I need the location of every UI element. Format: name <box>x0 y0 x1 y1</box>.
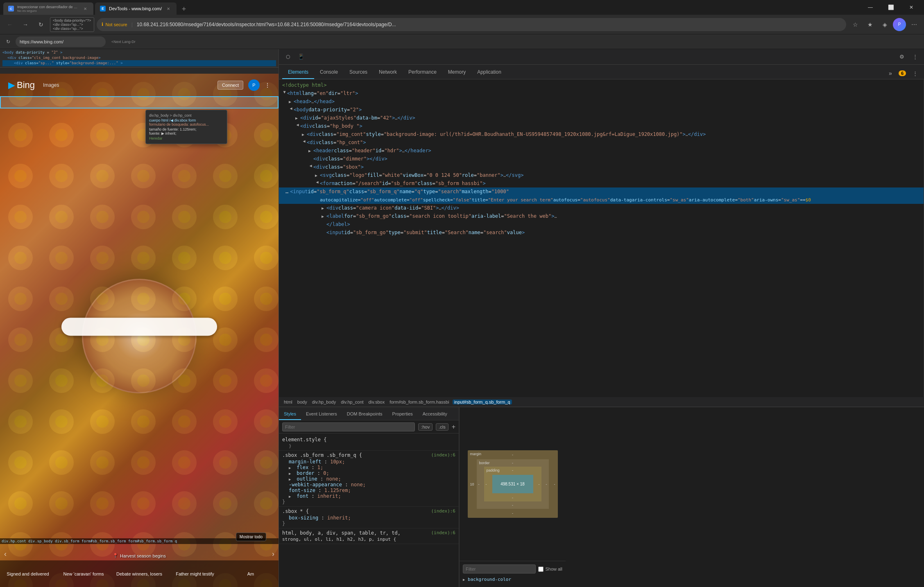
news-item-5[interactable]: Am <box>223 568 279 580</box>
sbox-star-header[interactable]: .sbox * { (index):6 <box>282 508 455 514</box>
tab-console[interactable]: Console <box>314 66 344 79</box>
bing-nav-images[interactable]: Images <box>43 82 59 88</box>
pseudo-class-btn[interactable]: :hov <box>418 423 433 431</box>
sbox-star-link[interactable]: (index):6 <box>431 508 455 514</box>
styles-tab-properties[interactable]: Properties <box>387 409 418 420</box>
bc-body[interactable]: body <box>296 400 309 404</box>
padding-bottom[interactable]: - <box>512 496 513 500</box>
dom-hp-cont[interactable]: ▼ <div class="hp_cont" > <box>279 138 924 147</box>
styles-filter-input[interactable] <box>282 422 415 431</box>
new-tab-btn[interactable]: + <box>178 3 190 15</box>
border-triangle[interactable]: ▶ <box>289 472 294 476</box>
add-style-btn[interactable]: + <box>452 423 455 431</box>
tab-2[interactable]: E DevTools - www.bing.com/ ✕ <box>95 2 177 15</box>
camera-triangle[interactable]: ▶ <box>322 206 326 210</box>
dom-sbox[interactable]: ▼ <div class="sbox" > <box>279 163 924 171</box>
device-toggle-btn[interactable]: 📱 <box>295 51 307 63</box>
ajax-triangle[interactable]: ▶ <box>295 116 300 120</box>
reload-btn2[interactable]: ↻ <box>3 37 13 47</box>
show-tooltip-btn[interactable]: Mostrar todo <box>236 533 266 541</box>
tab-elements[interactable]: Elements <box>282 66 314 79</box>
dom-sb-form[interactable]: ▼ <form action="/search" id="sb_form" cl… <box>279 179 924 187</box>
bing-url-bar[interactable]: https://www.bing.com/ <box>16 36 106 47</box>
hpbody-triangle[interactable]: ▼ <box>296 124 300 129</box>
tab-memory[interactable]: Memory <box>442 66 471 79</box>
border-top[interactable]: - <box>512 461 513 465</box>
bing-search-box[interactable] <box>61 318 217 336</box>
svg-triangle[interactable]: ▶ <box>315 173 320 178</box>
styles-tab-accessibility[interactable]: Accessibility <box>418 409 452 420</box>
dom-camera[interactable]: ▶ <div class="camera icon" data-iid="SBI… <box>279 204 924 212</box>
back-btn[interactable]: ← <box>3 18 16 31</box>
more-tabs-btn[interactable]: » <box>886 68 895 78</box>
devtools-close-settings[interactable]: ⋮ <box>909 68 921 79</box>
url-bar[interactable]: ℹ Not secure | 10.68.241.216:50080/msedg… <box>97 18 846 31</box>
box-filter-input[interactable] <box>463 564 536 573</box>
body-triangle[interactable]: ▼ <box>289 107 294 112</box>
label-triangle[interactable]: ▶ <box>322 214 326 219</box>
styles-tab-styles[interactable]: Styles <box>279 409 301 420</box>
dom-head[interactable]: ▶ <head> … </head> <box>279 97 924 106</box>
favorites-btn[interactable]: ☆ <box>849 18 862 31</box>
header-triangle[interactable]: ▶ <box>308 149 313 153</box>
refresh-btn[interactable]: ↻ <box>34 18 48 31</box>
outline-triangle[interactable]: ▶ <box>289 477 294 481</box>
bing-more-btn[interactable]: ⋮ <box>265 82 270 88</box>
margin-left-val[interactable]: 10 <box>470 482 474 486</box>
tab2-close-btn[interactable]: ✕ <box>165 5 172 12</box>
bc-sbox[interactable]: div.sbox <box>367 400 387 404</box>
html-triangle[interactable]: ▶ <box>283 91 287 96</box>
margin-right-val[interactable]: - <box>554 482 555 486</box>
tab-network[interactable]: Network <box>373 66 403 79</box>
bing-profile-btn[interactable]: P <box>248 79 260 91</box>
padding-right-v[interactable]: - <box>539 482 540 486</box>
border-left[interactable]: - <box>478 482 480 486</box>
styles-tab-events[interactable]: Event Listeners <box>301 409 342 420</box>
dom-ajaxstyles[interactable]: ▶ <div id="ajaxStyles" data-bm="42" > … … <box>279 114 924 122</box>
dom-sb-form-q[interactable]: … <input id="sb_form_q" class="sb_form_q… <box>279 187 924 196</box>
bc-hpcont[interactable]: div.hp_cont <box>339 400 365 404</box>
element-style-header[interactable]: element.style { <box>282 437 455 443</box>
profile-btn[interactable]: P <box>893 18 906 31</box>
form-triangle[interactable]: ▼ <box>315 181 320 186</box>
news-item-3[interactable]: Debate winners, losers <box>111 568 167 580</box>
dom-body[interactable]: ▼ <body data-priority="2" > <box>279 106 924 114</box>
maximize-btn[interactable]: ⬜ <box>881 2 900 13</box>
font-triangle[interactable]: ▶ <box>289 494 294 499</box>
margin-top-val[interactable]: - <box>512 453 513 457</box>
styles-tab-breakpoints[interactable]: DOM Breakpoints <box>342 409 387 420</box>
dom-sb-form-go[interactable]: <input id="sb_form_go" type="submit" tit… <box>279 228 924 237</box>
tab-performance[interactable]: Performance <box>403 66 442 79</box>
bc-html[interactable]: html <box>282 400 294 404</box>
padding-left-v[interactable]: - <box>486 482 487 486</box>
tab-sources[interactable]: Sources <box>344 66 373 79</box>
bc-hpbody[interactable]: div.hp_body <box>310 400 338 404</box>
dom-header[interactable]: ▶ <header class="header" id="hdr" > … </… <box>279 147 924 155</box>
news-item-4[interactable]: Father might testify <box>167 568 223 580</box>
dom-html[interactable]: ▶ <html lang="en" dir="ltr" > <box>279 89 924 97</box>
tab1-close-btn[interactable]: ✕ <box>82 5 88 12</box>
padding-top[interactable]: - <box>512 468 513 472</box>
html-body-link[interactable]: (index):6 <box>431 530 455 535</box>
dom-img-cont[interactable]: ▶ <div class="img_cont" style="backgroun… <box>279 130 924 138</box>
dom-label-close[interactable]: </label> <box>279 220 924 228</box>
dom-hp-body[interactable]: ▼ <div class="hp_body " > <box>279 122 924 130</box>
bing-connect-btn[interactable]: Connect <box>217 81 243 90</box>
dom-dimmer[interactable]: <div class="dimmer" ></div> <box>279 155 924 163</box>
imgcont-triangle[interactable]: ▶ <box>302 132 307 137</box>
html-body-header[interactable]: html, body, a, div, span, table, tr, td,… <box>282 530 455 536</box>
border-bottom[interactable]: - <box>512 503 513 507</box>
forward-btn[interactable]: → <box>19 18 32 31</box>
hpcont-triangle[interactable]: ▼ <box>302 140 307 145</box>
sbformq-header[interactable]: .sbox .sb_form .sb_form_q { (index):6 <box>282 452 455 458</box>
news-item-2[interactable]: New 'caravan' forms <box>56 568 111 580</box>
dom-doctype[interactable]: <!doctype html> <box>279 81 924 89</box>
dom-label[interactable]: ▶ <label for="sb_form_go" class="search … <box>279 212 924 220</box>
tab-application[interactable]: Application <box>471 66 507 79</box>
flex-triangle[interactable]: ▶ <box>289 466 294 470</box>
minimize-btn[interactable]: — <box>861 2 880 13</box>
collections-btn[interactable]: ★ <box>863 18 876 31</box>
tab-1[interactable]: C Inspeccionar con desarrollador de Chro… <box>3 2 93 15</box>
devtools-settings-btn[interactable]: ⚙ <box>896 51 908 63</box>
element-picker-btn[interactable]: ⬡ <box>282 51 294 63</box>
